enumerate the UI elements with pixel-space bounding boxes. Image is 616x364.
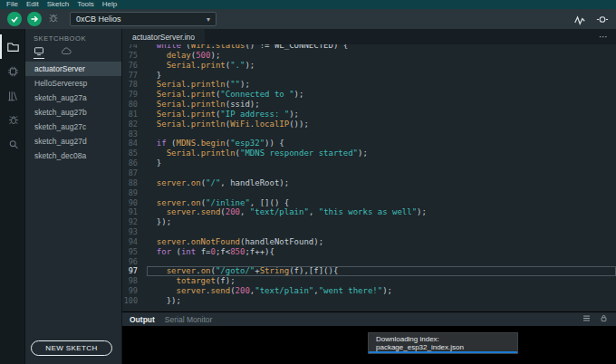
line-number: 83: [122, 129, 147, 139]
activity-bar: [0, 29, 25, 364]
code-line-87[interactable]: 87: [122, 168, 616, 178]
code-line-85[interactable]: 85 Serial.println("MDNS responder starte…: [122, 148, 616, 158]
line-code: Serial.println(WiFi.localIP());: [147, 120, 616, 129]
code-line-96[interactable]: 96: [122, 257, 616, 267]
code-line-76[interactable]: 76 Serial.print(".");: [122, 61, 616, 71]
code-line-78[interactable]: 78 Serial.println("");: [122, 80, 616, 90]
line-code: [147, 188, 616, 198]
notification-toast[interactable]: Downloading index: package_esp32_index.j…: [368, 332, 518, 354]
line-number: 91: [122, 207, 147, 217]
code-line-83[interactable]: 83: [122, 129, 616, 139]
sketchbook-item-HelloServeresp[interactable]: HelloServeresp: [25, 76, 121, 91]
code-line-88[interactable]: 88 server.on("/", handleRoot);: [122, 178, 616, 188]
line-number: 85: [122, 148, 147, 158]
line-code: Serial.println("");: [147, 80, 616, 90]
line-number: 99: [122, 286, 147, 296]
code-line-97[interactable]: 97 server.on("/goto/"+String(f),[f](){: [122, 266, 616, 276]
code-line-80[interactable]: 80 Serial.println(ssid);: [122, 100, 616, 110]
editor-column: actuatorServer.ino ⋯ 74 while (WiFi.stat…: [122, 29, 616, 364]
sidebar-item-sketchbook[interactable]: [0, 34, 24, 59]
editor-tab-actuatorserver[interactable]: actuatorServer.ino: [122, 29, 205, 44]
sketchbook-item-sketch_aug27a[interactable]: sketch_aug27a: [25, 91, 121, 105]
sidebar-item-search[interactable]: [0, 132, 24, 157]
bottom-tab-serial-monitor[interactable]: Serial Monitor: [165, 315, 212, 324]
line-number: 100: [122, 296, 147, 306]
lock-scroll-icon[interactable]: [599, 313, 609, 325]
menu-help[interactable]: Help: [102, 0, 117, 9]
line-number: 94: [122, 237, 147, 247]
local-sketches-tab[interactable]: [34, 45, 44, 59]
line-code: [147, 257, 616, 267]
code-line-92[interactable]: 92 });: [122, 217, 616, 227]
verify-button[interactable]: [7, 12, 22, 26]
code-line-79[interactable]: 79 Serial.print("Connected to ");: [122, 90, 616, 100]
line-code: server.send(200,"text/plain","went there…: [147, 286, 616, 296]
more-actions-icon[interactable]: ⋯: [599, 33, 616, 42]
line-code: server.onNotFound(handleNotFound);: [147, 237, 616, 247]
menu-file[interactable]: File: [6, 0, 18, 9]
code-line-74[interactable]: 74 while (WiFi.status() != WL_CONNECTED)…: [122, 44, 616, 51]
line-number: 74: [122, 44, 147, 51]
sketchbook-item-sketch_aug27d[interactable]: sketch_aug27d: [25, 134, 121, 148]
line-number: 97: [122, 266, 147, 276]
upload-button[interactable]: [27, 12, 42, 26]
code-line-93[interactable]: 93: [122, 227, 616, 237]
line-code: [147, 129, 616, 139]
code-line-94[interactable]: 94 server.onNotFound(handleNotFound);: [122, 237, 616, 247]
code-line-81[interactable]: 81 Serial.print("IP address: ");: [122, 110, 616, 120]
line-number: 77: [122, 71, 147, 81]
sidebar-item-library-manager[interactable]: [0, 83, 24, 108]
code-line-95[interactable]: 95 for (int f=0;f<850;f++){: [122, 247, 616, 257]
clear-output-icon[interactable]: [582, 313, 592, 325]
new-sketch-button[interactable]: NEW SKETCH: [31, 340, 112, 356]
sketchbook-item-sketch_dec08a[interactable]: sketch_dec08a: [25, 148, 121, 163]
line-code: for (int f=0;f<850;f++){: [147, 247, 616, 257]
line-code: Serial.print(".");: [147, 61, 616, 71]
debug-button[interactable]: [47, 13, 60, 25]
sidebar-item-debugger[interactable]: [0, 108, 24, 132]
line-code: server.send(200, "text/plain", "this wor…: [147, 207, 616, 217]
sketchbook-list: actuatorServerHelloServerespsketch_aug27…: [25, 62, 121, 364]
code-line-75[interactable]: 75 delay(500);: [122, 51, 616, 61]
sketchbook-item-sketch_aug27c[interactable]: sketch_aug27c: [25, 120, 121, 134]
line-code: });: [147, 296, 616, 306]
code-line-90[interactable]: 90 server.on("/inline", []() {: [122, 198, 616, 208]
computer-icon: [34, 43, 44, 60]
line-number: 90: [122, 198, 147, 208]
line-number: 84: [122, 139, 147, 148]
code-line-86[interactable]: 86 }: [122, 158, 616, 168]
code-editor[interactable]: 74 while (WiFi.status() != WL_CONNECTED)…: [122, 44, 616, 311]
menu-tools[interactable]: Tools: [77, 0, 94, 9]
menu-sketch[interactable]: Sketch: [47, 0, 69, 9]
bottom-tab-output[interactable]: Output: [130, 315, 155, 324]
code-line-82[interactable]: 82 Serial.println(WiFi.localIP());: [122, 120, 616, 129]
code-line-100[interactable]: 100 });: [122, 296, 616, 306]
serial-plotter-icon[interactable]: [573, 14, 586, 25]
code-line-99[interactable]: 99 server.send(200,"text/plain","went th…: [122, 286, 616, 296]
code-line-77[interactable]: 77 }: [122, 71, 616, 81]
line-code: server.on("/goto/"+String(f),[f](){: [147, 266, 616, 276]
sketchbook-item-actuatorServer[interactable]: actuatorServer: [25, 62, 121, 76]
code-line-84[interactable]: 84 if (MDNS.begin("esp32")) {: [122, 139, 616, 148]
line-code: server.on("/", handleRoot);: [147, 178, 616, 188]
code-line-98[interactable]: 98 totarget(f);: [122, 276, 616, 286]
sidebar-item-boards-manager[interactable]: [0, 59, 24, 83]
check-icon: [10, 14, 19, 24]
line-number: 78: [122, 80, 147, 90]
menu-edit[interactable]: Edit: [26, 0, 39, 9]
line-code: });: [147, 217, 616, 227]
toast-message: Downloading index: package_esp32_index.j…: [376, 335, 510, 351]
line-code: delay(500);: [147, 51, 616, 61]
cloud-sketches-tab[interactable]: [61, 45, 72, 59]
board-selector-dropdown[interactable]: 0xCB Helios ▾: [70, 12, 217, 26]
bug-icon: [48, 11, 59, 27]
code-line-89[interactable]: 89: [122, 188, 616, 198]
editor-tabbar: actuatorServer.ino ⋯: [122, 29, 616, 44]
sketchbook-item-sketch_aug27b[interactable]: sketch_aug27b: [25, 105, 121, 120]
line-code: Serial.println("MDNS responder started")…: [147, 148, 616, 158]
search-icon: [7, 139, 20, 150]
code-line-91[interactable]: 91 server.send(200, "text/plain", "this …: [122, 207, 616, 217]
line-number: 76: [122, 61, 147, 71]
serial-monitor-icon[interactable]: [596, 14, 609, 25]
line-number: 80: [122, 100, 147, 110]
